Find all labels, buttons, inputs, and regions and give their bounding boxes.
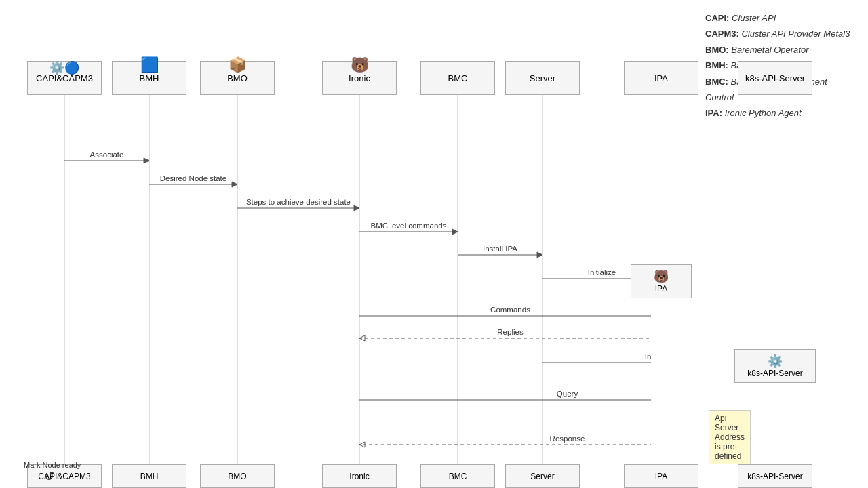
svg-marker-9: [144, 158, 149, 163]
note-text: Api Server Address is pre-defined: [715, 413, 745, 461]
svg-text:Desired Node state: Desired Node state: [160, 174, 226, 182]
lifeline-label: Ironic: [349, 73, 370, 83]
lifeline-footer-label: BMH: [140, 472, 159, 481]
lifeline-header-bmc: BMC: [420, 61, 495, 95]
svg-text:Install IPA: Install IPA: [483, 245, 517, 253]
self-loop-label: Mark Node ready↺: [24, 461, 81, 484]
lifeline-label: IPA: [654, 73, 668, 83]
legend-item: IPA: Ironic Python Agent: [705, 105, 854, 121]
svg-text:Steps to achieve desired state: Steps to achieve desired state: [246, 198, 351, 206]
ironic-icon: 🐻: [351, 56, 369, 74]
lifeline-header-k8s: k8s-API-Server: [738, 61, 812, 95]
ipa-float-label: IPA: [655, 284, 667, 293]
lifeline-footer-label: k8s-API-Server: [747, 472, 802, 481]
bmo-icon: 📦: [229, 56, 247, 74]
legend-item: BMO: Baremetal Operator: [705, 42, 854, 58]
svg-text:Replies: Replies: [497, 328, 524, 336]
lifeline-footer-ipa: IPA: [624, 464, 698, 488]
lifeline-footer-server: Server: [505, 464, 580, 488]
svg-text:Initialize: Initialize: [588, 268, 616, 277]
sequence-diagram: AssociateDesired Node stateSteps to achi…: [0, 54, 651, 488]
svg-text:Commands: Commands: [490, 306, 530, 314]
ipa-float-box: 🐻IPA: [631, 264, 692, 298]
lifeline-label: BMC: [448, 73, 468, 83]
lifeline-header-bmo: 📦BMO: [200, 61, 275, 95]
lifeline-header-bmh: 🟦BMH: [112, 61, 186, 95]
legend-item: CAPM3: Cluster API Provider Metal3: [705, 26, 854, 41]
lifeline-footer-label: BMO: [228, 472, 246, 481]
svg-marker-21: [537, 252, 542, 258]
lifeline-footer-bmh: BMH: [112, 464, 186, 488]
svg-text:Initialize: Initialize: [645, 352, 651, 361]
capi-icon: ⚙️🔵: [50, 60, 79, 75]
lifeline-label: BMH: [140, 73, 159, 83]
svg-marker-12: [232, 182, 237, 187]
lifeline-label: Server: [530, 73, 555, 83]
svg-marker-39: [359, 442, 365, 447]
lifeline-header-ironic: 🐻Ironic: [322, 61, 397, 95]
lifeline-footer-bmc: BMC: [420, 464, 495, 488]
svg-text:Response: Response: [550, 434, 585, 443]
lifeline-header-capi: ⚙️🔵CAPI&CAPM3: [27, 61, 102, 95]
svg-marker-18: [452, 229, 458, 235]
note-box: Api Server Address is pre-defined: [709, 410, 751, 464]
svg-marker-30: [359, 336, 365, 341]
k8s-float-box: ⚙️k8s-API-Server: [734, 349, 816, 383]
lifeline-header-ipa: IPA: [624, 61, 698, 95]
diagram-svg: AssociateDesired Node stateSteps to achi…: [0, 54, 651, 488]
lifeline-footer-ironic: Ironic: [322, 464, 397, 488]
lifeline-footer-k8s: k8s-API-Server: [738, 464, 812, 488]
svg-text:Associate: Associate: [90, 150, 124, 159]
lifeline-footer-bmo: BMO: [200, 464, 275, 488]
svg-marker-15: [354, 205, 359, 211]
bmh-icon: 🟦: [140, 56, 159, 74]
lifeline-footer-label: IPA: [655, 472, 667, 481]
lifeline-label: k8s-API-Server: [745, 73, 805, 83]
lifeline-header-server: Server: [505, 61, 580, 95]
lifeline-footer-label: Ironic: [349, 472, 369, 481]
lifeline-label: BMO: [227, 73, 248, 83]
lifeline-footer-label: Server: [530, 472, 554, 481]
svg-text:Query: Query: [557, 390, 578, 398]
svg-text:BMC level commands: BMC level commands: [371, 222, 447, 230]
lifeline-footer-label: BMC: [449, 472, 467, 481]
k8s-float-label: k8s-API-Server: [747, 369, 802, 378]
legend-item: CAPI: Cluster API: [705, 10, 854, 26]
